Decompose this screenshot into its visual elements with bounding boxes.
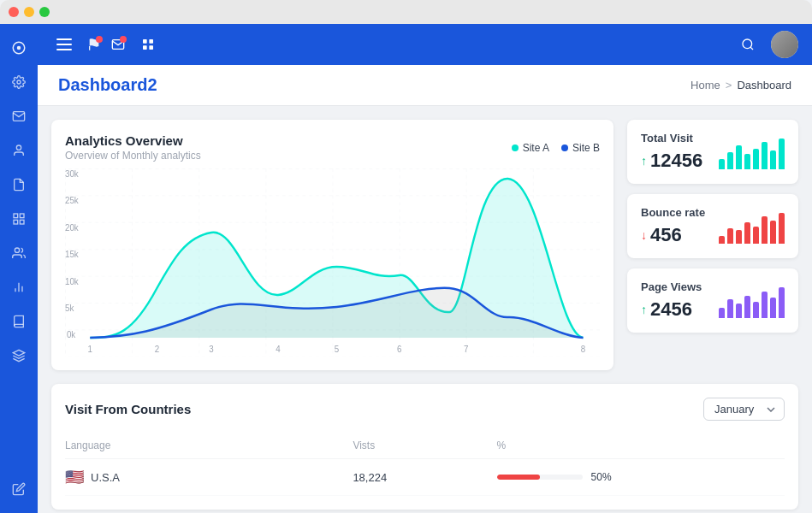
- svg-rect-14: [56, 44, 72, 45]
- sidebar-item-edit[interactable]: [3, 474, 34, 504]
- mini-bar: [719, 236, 725, 244]
- sidebar-item-settings[interactable]: [3, 67, 34, 97]
- svg-rect-6: [20, 220, 24, 224]
- analytics-title: Analytics Overview: [65, 133, 201, 148]
- sidebar-item-dashboard[interactable]: [3, 32, 34, 63]
- svg-rect-5: [20, 214, 24, 218]
- mini-bar: [719, 308, 725, 318]
- sidebar-item-book[interactable]: [3, 306, 34, 337]
- svg-marker-12: [13, 350, 24, 356]
- mail-badge: [120, 36, 127, 43]
- country-name-usa: U.S.A: [91, 471, 120, 484]
- sidebar-item-people[interactable]: [3, 238, 34, 268]
- page-title: Dashboard2: [58, 75, 157, 95]
- svg-point-2: [17, 80, 21, 84]
- mail-notification-icon[interactable]: [111, 38, 125, 51]
- stat-number-page-views: 2456: [650, 298, 692, 321]
- svg-point-8: [15, 248, 19, 252]
- percent-text-usa: 50%: [591, 471, 615, 483]
- flag-notification-icon[interactable]: [87, 38, 101, 51]
- svg-text:30k: 30k: [65, 169, 79, 179]
- stat-label-bounce-rate: Bounce rate: [641, 206, 705, 219]
- svg-text:7: 7: [464, 345, 468, 354]
- mini-bar: [770, 150, 776, 169]
- legend-site-b: Site B: [561, 142, 600, 154]
- stats-column: Total Visit ↑ 12456 Bounce rate: [627, 120, 798, 333]
- svg-text:0k: 0k: [67, 330, 75, 339]
- breadcrumb-home[interactable]: Home: [690, 79, 720, 91]
- arrow-up-icon: ↑: [641, 154, 647, 168]
- legend-label-b: Site B: [572, 142, 600, 154]
- svg-rect-19: [149, 45, 153, 50]
- col-visits: Vists: [353, 439, 496, 451]
- svg-rect-17: [143, 39, 147, 44]
- svg-rect-4: [14, 214, 18, 218]
- country-cell-usa: 🇺🇸 U.S.A: [65, 468, 353, 486]
- arrow-up-icon-2: ↑: [641, 303, 647, 316]
- sidebar-item-chart[interactable]: [3, 272, 34, 303]
- progress-bar-bg-usa: [497, 475, 583, 480]
- mini-bar: [744, 154, 750, 169]
- avatar-image: [771, 31, 798, 58]
- svg-line-22: [750, 47, 753, 50]
- sidebar-item-layers[interactable]: [3, 340, 34, 371]
- mini-chart-total-visit: [719, 135, 785, 169]
- breadcrumb-separator: >: [726, 79, 732, 91]
- progress-bar-fill-usa: [497, 475, 540, 480]
- svg-point-21: [743, 39, 752, 49]
- chart-container: 30k 25k 20k 15k 10k 5k 0k: [65, 168, 600, 357]
- arrow-down-icon: ↓: [641, 228, 647, 242]
- sidebar-item-user[interactable]: [3, 135, 34, 166]
- maximize-button[interactable]: [39, 7, 50, 17]
- stat-number-bounce-rate: 456: [650, 224, 682, 246]
- search-icon[interactable]: [735, 32, 761, 57]
- stat-card-total-visit: Total Visit ↑ 12456: [627, 120, 798, 184]
- stat-card-bounce-rate: Bounce rate ↓ 456: [627, 194, 798, 258]
- top-row: Analytics Overview Overview of Monthly a…: [51, 120, 798, 370]
- content-area: Analytics Overview Overview of Monthly a…: [38, 106, 812, 513]
- flag-usa: 🇺🇸: [65, 468, 84, 486]
- menu-icon[interactable]: [51, 32, 77, 57]
- mini-bar: [744, 222, 750, 244]
- mini-bar: [727, 228, 733, 244]
- close-button[interactable]: [9, 7, 19, 17]
- svg-point-3: [16, 145, 21, 150]
- svg-rect-20: [143, 45, 147, 50]
- mini-chart-bounce-rate: [719, 209, 785, 244]
- sidebar: [0, 24, 38, 513]
- mini-bar: [779, 139, 785, 169]
- svg-text:5: 5: [335, 345, 340, 354]
- svg-text:15k: 15k: [65, 250, 79, 259]
- svg-text:6: 6: [397, 345, 402, 354]
- countries-title: Visit From Countries: [65, 402, 191, 416]
- svg-text:20k: 20k: [65, 223, 79, 233]
- legend-site-a: Site A: [512, 142, 549, 154]
- mini-bar: [762, 292, 768, 318]
- svg-rect-7: [14, 220, 18, 224]
- col-language: Language: [65, 439, 353, 451]
- analytics-chart: 30k 25k 20k 15k 10k 5k 0k: [65, 168, 600, 357]
- sidebar-item-mail[interactable]: [3, 101, 34, 132]
- user-avatar[interactable]: [771, 31, 798, 58]
- mini-bar: [736, 304, 742, 318]
- analytics-header: Analytics Overview Overview of Monthly a…: [65, 133, 600, 162]
- svg-rect-13: [56, 38, 72, 40]
- legend-label-a: Site A: [523, 142, 549, 154]
- mini-bar: [770, 298, 776, 318]
- mini-bar: [744, 296, 750, 318]
- legend-dot-a: [512, 144, 519, 151]
- title-bar: [0, 0, 812, 24]
- sidebar-item-file[interactable]: [3, 169, 34, 200]
- mini-bar: [719, 159, 725, 169]
- apps-icon[interactable]: [135, 32, 161, 57]
- svg-text:1: 1: [88, 345, 93, 354]
- page-header: Dashboard2 Home > Dashboard: [38, 65, 812, 106]
- sidebar-item-grid[interactable]: [3, 203, 34, 234]
- month-select[interactable]: January February March: [703, 398, 785, 421]
- minimize-button[interactable]: [24, 7, 34, 17]
- mini-bar: [736, 145, 742, 169]
- svg-point-1: [17, 46, 21, 50]
- svg-text:8: 8: [581, 345, 586, 354]
- countries-card: Visit From Countries January February Ma…: [51, 384, 798, 510]
- main-content: Dashboard2 Home > Dashboard Analytics Ov…: [38, 24, 812, 513]
